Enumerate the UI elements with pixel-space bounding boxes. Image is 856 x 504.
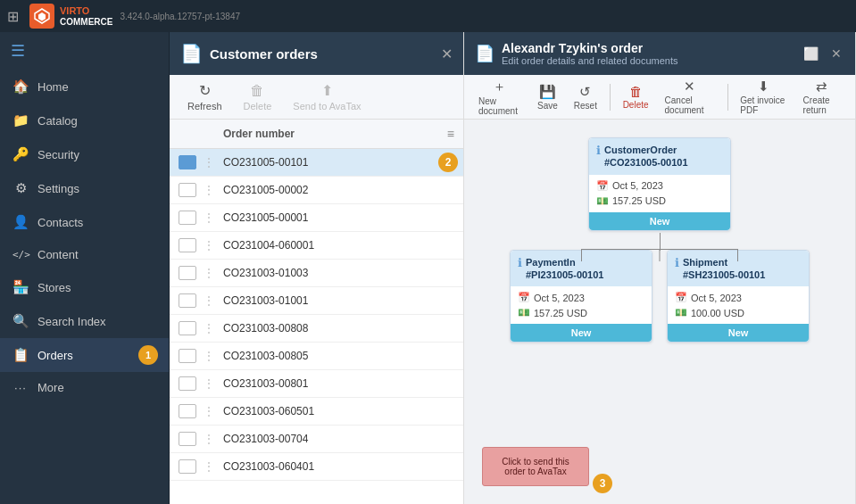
grid-icon[interactable]: ⊞: [7, 8, 19, 25]
branch-center-stub: [660, 249, 661, 261]
table-row[interactable]: ⋮ CO231003-00801: [170, 370, 463, 398]
virto-text: VIRTO: [60, 5, 112, 16]
sidebar-item-stores[interactable]: 🏪 Stores: [0, 270, 169, 304]
table-row[interactable]: ⋮ CO231005-00002: [170, 177, 463, 204]
shipment-card[interactable]: ℹ Shipment #SH231005-00101 📅 Oct 5, 2023: [667, 250, 810, 343]
order-delete-button[interactable]: 🗑 Delete: [616, 81, 656, 112]
row-drag-handle[interactable]: ⋮: [204, 433, 216, 445]
payment-type: PaymentIn: [526, 256, 603, 269]
row-checkbox[interactable]: [179, 321, 196, 335]
sidebar-item-home[interactable]: 🏠 Home: [0, 70, 169, 103]
orders-panel-close-button[interactable]: ✕: [441, 45, 453, 62]
row-checkbox[interactable]: [179, 293, 196, 308]
order-detail-icon: 📄: [475, 44, 494, 63]
table-row[interactable]: ⋮ CO231003-00704: [170, 426, 463, 453]
settings-icon: ⚙: [12, 180, 29, 196]
row-drag-handle[interactable]: ⋮: [204, 350, 216, 362]
connector-line: [660, 233, 661, 251]
cancel-document-button[interactable]: ✕ Cancel document: [658, 76, 722, 118]
order-number-cell: CO231003-00808: [223, 322, 454, 335]
close-button[interactable]: ✕: [828, 46, 844, 61]
search-index-icon: 🔍: [12, 313, 29, 329]
order-number-cell: CO231003-01003: [223, 267, 454, 279]
avatax-container: Click to send this order to AvaTax 3: [482, 447, 612, 486]
create-return-button[interactable]: ⇄ Create return: [796, 76, 848, 118]
shipment-date: Oct 5, 2023: [691, 293, 742, 303]
get-invoice-pdf-label: Get invoice PDF: [740, 95, 786, 115]
row-checkbox[interactable]: [179, 376, 196, 391]
row-drag-handle[interactable]: ⋮: [204, 267, 216, 279]
orders-table-header: Order number ≡: [170, 120, 463, 149]
send-avatax-icon: ⬆: [321, 82, 333, 99]
avatax-box[interactable]: Click to send this order to AvaTax: [482, 447, 589, 486]
row-checkbox[interactable]: [179, 349, 196, 363]
row-drag-handle[interactable]: ⋮: [204, 156, 216, 169]
sidebar-menu-button[interactable]: ☰: [0, 32, 169, 70]
sidebar-label-more: More: [37, 381, 64, 394]
card-date-row: 📅 Oct 5, 2023: [596, 178, 723, 194]
payment-card[interactable]: ℹ PaymentIn #PI231005-00101 📅 Oct 5, 202…: [510, 250, 652, 343]
branch-right-stub: [737, 249, 738, 261]
card-id: #CO231005-00101: [604, 156, 688, 169]
sidebar-item-contacts[interactable]: 👤 Contacts: [0, 205, 169, 239]
table-row[interactable]: ⋮ CO231003-00805: [170, 343, 463, 370]
card-date: Oct 5, 2023: [612, 180, 663, 191]
row-drag-handle[interactable]: ⋮: [204, 294, 216, 307]
table-row[interactable]: ⋮ CO231005-00001: [170, 204, 463, 232]
sidebar-item-orders[interactable]: 📋 Orders 1: [0, 338, 169, 372]
sidebar-label-search-index: Search Index: [37, 315, 106, 328]
orders-panel-header-left: 📄 Customer orders: [180, 43, 318, 64]
order-detail-toolbar: ＋ New document 💾 Save ↺ Reset 🗑 Delete: [464, 75, 855, 120]
sidebar-item-settings[interactable]: ⚙ Settings: [0, 171, 169, 205]
security-icon: 🔑: [12, 146, 29, 162]
send-to-avatax-button[interactable]: ⬆ Send to AvaTax: [284, 78, 370, 115]
table-row[interactable]: ⋮ CO231004-060001: [170, 232, 463, 260]
orders-panel-icon: 📄: [180, 43, 203, 64]
save-button[interactable]: 💾 Save: [530, 81, 565, 113]
sidebar-item-catalog[interactable]: 📁 Catalog: [0, 103, 169, 137]
sidebar-item-security[interactable]: 🔑 Security: [0, 137, 169, 171]
maximize-button[interactable]: ⬜: [801, 46, 821, 61]
delete-button[interactable]: 🗑 Delete: [235, 79, 281, 115]
row-checkbox[interactable]: [179, 266, 196, 280]
table-row[interactable]: ⋮ CO231003-00808: [170, 315, 463, 343]
sidebar-item-search-index[interactable]: 🔍 Search Index: [0, 304, 169, 338]
table-row[interactable]: ⋮ CO231003-01001: [170, 287, 463, 315]
row-drag-handle[interactable]: ⋮: [204, 184, 216, 196]
row-checkbox[interactable]: [179, 155, 196, 169]
row-checkbox[interactable]: [179, 404, 196, 418]
payment-amount: 157.25 USD: [534, 308, 587, 318]
reset-button[interactable]: ↺ Reset: [567, 81, 604, 113]
row-drag-handle[interactable]: ⋮: [204, 405, 216, 417]
payment-date: Oct 5, 2023: [534, 293, 585, 303]
send-avatax-label: Send to AvaTax: [293, 101, 361, 112]
row-checkbox[interactable]: [179, 183, 196, 197]
customer-order-card[interactable]: ℹ CustomerOrder #CO231005-00101 📅 Oct 5,…: [588, 137, 731, 231]
get-invoice-pdf-button[interactable]: ⬇ Get invoice PDF: [733, 76, 794, 118]
row-drag-handle[interactable]: ⋮: [204, 239, 216, 252]
cancel-icon: ✕: [684, 78, 695, 95]
row-drag-handle[interactable]: ⋮: [204, 322, 216, 335]
card-body: 📅 Oct 5, 2023 💵 157.25 USD: [589, 175, 730, 212]
order-detail-title: Alexandr Tzykin's order: [502, 41, 678, 55]
shipment-calendar-icon: 📅: [675, 292, 687, 303]
column-menu-icon[interactable]: ≡: [447, 127, 454, 141]
row-drag-handle[interactable]: ⋮: [204, 377, 216, 390]
row-drag-handle[interactable]: ⋮: [204, 460, 216, 473]
refresh-icon: ↻: [199, 82, 211, 99]
table-row[interactable]: ⋮ CO231005-00101 2: [170, 149, 463, 177]
row-checkbox[interactable]: [179, 459, 196, 474]
table-row[interactable]: ⋮ CO231003-01003: [170, 260, 463, 287]
row-checkbox[interactable]: [179, 211, 196, 225]
row-drag-handle[interactable]: ⋮: [204, 211, 216, 224]
sidebar-item-more[interactable]: ··· More: [0, 372, 169, 403]
table-row[interactable]: ⋮ CO231003-060401: [170, 453, 463, 481]
new-document-label: New document: [478, 96, 521, 116]
table-row[interactable]: ⋮ CO231003-060501: [170, 398, 463, 426]
new-document-button[interactable]: ＋ New document: [471, 76, 528, 119]
row-checkbox[interactable]: [179, 238, 196, 252]
row-checkbox[interactable]: [179, 432, 196, 446]
content-area: 📄 Customer orders ✕ ↻ Refresh 🗑 Delete ⬆…: [170, 32, 856, 504]
sidebar-item-content[interactable]: </> Content: [0, 239, 169, 270]
refresh-button[interactable]: ↻ Refresh: [179, 78, 231, 115]
